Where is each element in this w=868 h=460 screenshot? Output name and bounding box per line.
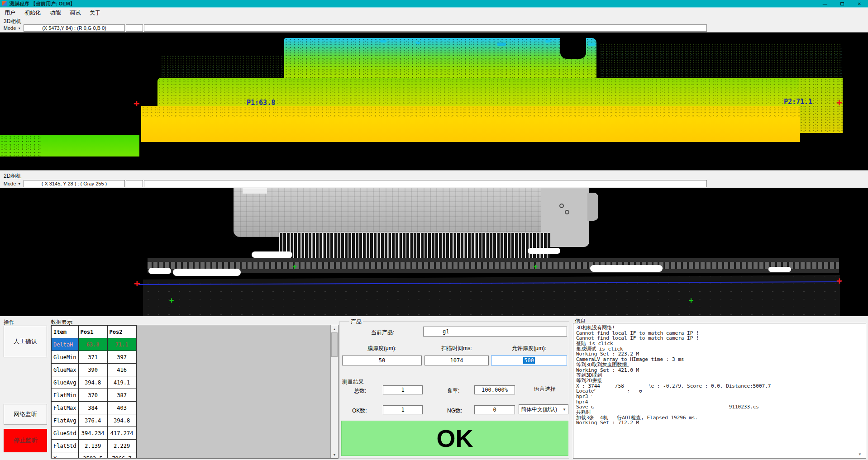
glue-blob — [590, 265, 663, 272]
cell-value: 63.8 — [78, 338, 107, 351]
cam2d-mode-button[interactable]: Mode▼ — [1, 180, 24, 187]
cam2d-mode-bar: Mode▼ ( X 3145, Y 28 ) : ( Gray 255 ) — [0, 180, 868, 188]
cell-value: 417.274 — [107, 427, 136, 440]
ng-count-field[interactable]: 0 — [474, 405, 515, 414]
cam2d-view[interactable]: + + + + + + — [0, 188, 868, 316]
menu-init[interactable]: 初始化 — [20, 8, 45, 17]
deck-notch — [560, 38, 586, 59]
allow-thickness-field[interactable]: 500 — [491, 356, 567, 365]
scroll-thumb[interactable] — [331, 332, 338, 357]
p1-measure-label: P1:63.8 — [247, 99, 275, 107]
noise-layer — [0, 135, 41, 156]
cell-value: 370 — [78, 389, 107, 402]
cam2d-pixel-status: ( X 3145, Y 28 ) : ( Gray 255 ) — [24, 180, 125, 187]
pcb-bright-tab — [243, 188, 267, 194]
chevron-down-icon: ▼ — [18, 27, 21, 30]
col-pos2: Pos2 — [107, 326, 136, 338]
cam3d-mode-bar: Mode▼ (X 5473,Y 84) : (R 0,G 0,B 0) — [0, 24, 868, 32]
yield-label: 良率: — [447, 387, 459, 395]
cell-value: 387 — [107, 389, 136, 402]
table-row[interactable]: X2583.57966.7 — [52, 452, 137, 459]
scroll-down-icon[interactable]: ▼ — [331, 451, 338, 458]
stop-listen-button[interactable]: 停止监听 — [4, 429, 47, 452]
manual-confirm-button[interactable]: 人工确认 — [4, 326, 47, 357]
cell-item: GlueMin — [52, 351, 79, 364]
allow-thickness-label: 允许厚度(μm): — [491, 345, 567, 352]
scan-time-field[interactable]: 1074 — [424, 356, 489, 365]
table-row[interactable]: GlueMax390416 — [52, 364, 137, 376]
cam2d-label: 2D相机 — [4, 172, 21, 180]
fiducial-ring — [565, 210, 569, 214]
current-product-field[interactable]: g1 — [423, 327, 567, 337]
data-table[interactable]: Item Pos1 Pos2 DeltaH63.871.1GlueMin3713… — [51, 325, 339, 459]
menu-user[interactable]: 用户 — [0, 8, 20, 17]
film-thickness-field[interactable]: 50 — [342, 356, 422, 365]
close-button[interactable]: ✕ — [851, 0, 868, 8]
total-field[interactable]: 1 — [383, 385, 423, 394]
minimize-button[interactable]: — — [816, 0, 834, 8]
chevron-down-icon: ▼ — [18, 182, 21, 185]
table-row[interactable]: FlatAvg376.4394.8 — [52, 414, 137, 427]
glue-blob — [148, 268, 171, 274]
ok-count-label: OK数: — [352, 407, 367, 415]
scroll-up-icon[interactable]: ▲ — [331, 325, 338, 332]
total-label: 总数: — [354, 387, 366, 395]
ng-count-label: NG数: — [447, 407, 462, 415]
cell-value: 390 — [78, 364, 107, 376]
cell-value: 394.8 — [107, 414, 136, 427]
scan-time-label: 扫描时间ms: — [424, 345, 489, 352]
fiducial-ring — [559, 204, 564, 208]
marker-cross-green: + — [689, 297, 693, 304]
current-product-label: 当前产品: — [371, 329, 394, 337]
cam3d-mode-button[interactable]: Mode▼ — [1, 24, 24, 32]
ok-count-field[interactable]: 1 — [383, 405, 423, 414]
glue-blob — [252, 251, 292, 258]
chevron-down-icon: ▼ — [563, 408, 566, 412]
log-line: 等到3D取到灰度图数据。 — [576, 362, 863, 368]
log-line: 3D相机没有网络! — [576, 325, 863, 331]
table-scrollbar[interactable]: ▲ ▼ — [330, 325, 338, 458]
table-row[interactable]: GlueStd394.234417.274 — [52, 427, 137, 440]
marker-cross-red: + — [836, 98, 842, 108]
selected-text: 500 — [523, 357, 535, 364]
marker-cross-green: + — [169, 297, 174, 304]
cell-value: 384 — [78, 402, 107, 414]
menu-about[interactable]: 关于 — [85, 8, 105, 17]
marker-cross-green: + — [292, 263, 297, 271]
cell-value: 71.1 — [107, 338, 136, 351]
marker-cross-green: + — [533, 263, 538, 271]
yield-field[interactable]: 100.000% — [474, 385, 515, 394]
table-row[interactable]: FlatMin370387 — [52, 389, 137, 402]
log-scroll-down-icon[interactable]: ▼ — [858, 452, 862, 456]
table-row[interactable]: FlatStd2.1392.229 — [52, 440, 137, 452]
cam3d-pixel-status: (X 5473,Y 84) : (R 0,G 0,B 0) — [24, 24, 125, 32]
cam3d-view[interactable]: P1:63.8 P2:71.1 + + — [0, 32, 868, 171]
redaction-blob — [598, 405, 729, 411]
menu-debug[interactable]: 调试 — [65, 8, 85, 17]
table-row[interactable]: DeltaH63.871.1 — [52, 338, 137, 351]
maximize-button[interactable] — [834, 0, 851, 8]
log-line: Working Set : 421.0 M — [576, 368, 863, 373]
table-row[interactable]: FlatMax384403 — [52, 402, 137, 414]
glue-blob — [768, 267, 791, 272]
cell-value: 7966.7 — [107, 452, 136, 459]
cell-item: FlatMin — [52, 389, 79, 402]
log-line: 登陆 is click — [576, 341, 863, 346]
cell-value: 2.229 — [107, 440, 136, 452]
table-row[interactable]: GlueMin371397 — [52, 351, 137, 364]
menu-function[interactable]: 功能 — [45, 8, 65, 17]
speck — [380, 40, 386, 43]
cam3d-status-box3 — [144, 24, 707, 32]
cell-value: 2583.5 — [78, 452, 107, 459]
cell-item: X — [52, 452, 79, 459]
redaction-blob — [758, 405, 849, 411]
fixture-base — [143, 272, 840, 316]
data-table-body: DeltaH63.871.1GlueMin371397GlueMax390416… — [52, 338, 137, 459]
cell-item: FlatMax — [52, 402, 79, 414]
result-status-banner: OK — [341, 421, 568, 456]
marker-cross-red: + — [134, 99, 139, 109]
language-select[interactable]: 简体中文(默认) ▼ — [519, 404, 568, 414]
language-label: 语言选择 — [534, 385, 556, 393]
network-listen-button[interactable]: 网络监听 — [4, 404, 47, 425]
table-row[interactable]: GlueAvg394.8419.1 — [52, 376, 137, 389]
